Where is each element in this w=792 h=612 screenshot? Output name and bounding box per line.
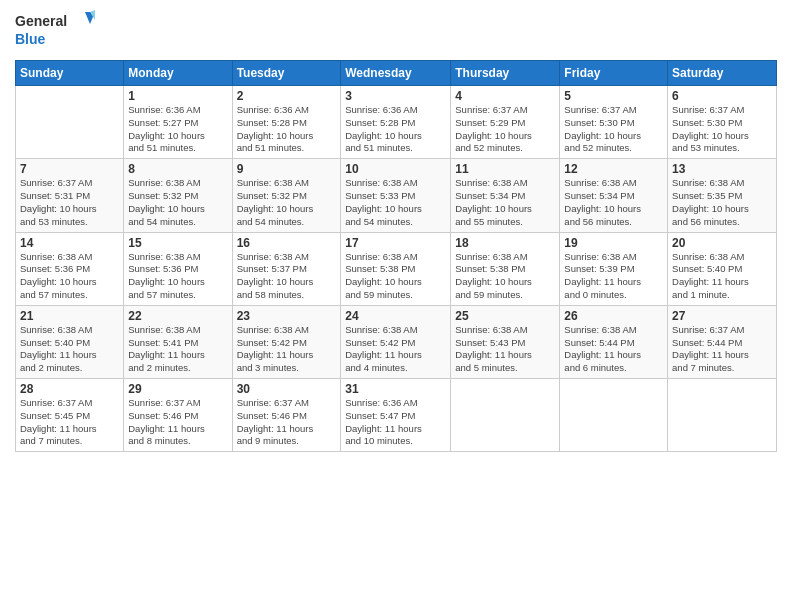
day-number: 2: [237, 89, 337, 103]
calendar-cell: 14Sunrise: 6:38 AM Sunset: 5:36 PM Dayli…: [16, 232, 124, 305]
day-number: 6: [672, 89, 772, 103]
calendar-cell: 20Sunrise: 6:38 AM Sunset: 5:40 PM Dayli…: [668, 232, 777, 305]
calendar-cell: 7Sunrise: 6:37 AM Sunset: 5:31 PM Daylig…: [16, 159, 124, 232]
calendar-cell: 4Sunrise: 6:37 AM Sunset: 5:29 PM Daylig…: [451, 86, 560, 159]
day-info: Sunrise: 6:36 AM Sunset: 5:28 PM Dayligh…: [237, 104, 337, 155]
header: General Blue: [15, 10, 777, 52]
day-info: Sunrise: 6:38 AM Sunset: 5:36 PM Dayligh…: [128, 251, 227, 302]
calendar-cell: 30Sunrise: 6:37 AM Sunset: 5:46 PM Dayli…: [232, 379, 341, 452]
calendar-header-friday: Friday: [560, 61, 668, 86]
calendar-cell: 24Sunrise: 6:38 AM Sunset: 5:42 PM Dayli…: [341, 305, 451, 378]
day-number: 26: [564, 309, 663, 323]
day-info: Sunrise: 6:38 AM Sunset: 5:38 PM Dayligh…: [455, 251, 555, 302]
day-number: 10: [345, 162, 446, 176]
day-info: Sunrise: 6:36 AM Sunset: 5:27 PM Dayligh…: [128, 104, 227, 155]
day-number: 29: [128, 382, 227, 396]
calendar-cell: 2Sunrise: 6:36 AM Sunset: 5:28 PM Daylig…: [232, 86, 341, 159]
svg-text:Blue: Blue: [15, 31, 46, 47]
calendar-header-saturday: Saturday: [668, 61, 777, 86]
calendar-cell: 29Sunrise: 6:37 AM Sunset: 5:46 PM Dayli…: [124, 379, 232, 452]
day-number: 9: [237, 162, 337, 176]
day-info: Sunrise: 6:37 AM Sunset: 5:46 PM Dayligh…: [237, 397, 337, 448]
day-info: Sunrise: 6:38 AM Sunset: 5:32 PM Dayligh…: [237, 177, 337, 228]
svg-text:General: General: [15, 13, 67, 29]
day-number: 14: [20, 236, 119, 250]
day-number: 25: [455, 309, 555, 323]
day-info: Sunrise: 6:37 AM Sunset: 5:30 PM Dayligh…: [564, 104, 663, 155]
calendar-header-tuesday: Tuesday: [232, 61, 341, 86]
day-info: Sunrise: 6:37 AM Sunset: 5:31 PM Dayligh…: [20, 177, 119, 228]
day-number: 30: [237, 382, 337, 396]
logo: General Blue: [15, 10, 95, 52]
day-info: Sunrise: 6:38 AM Sunset: 5:43 PM Dayligh…: [455, 324, 555, 375]
day-number: 23: [237, 309, 337, 323]
calendar-cell: 28Sunrise: 6:37 AM Sunset: 5:45 PM Dayli…: [16, 379, 124, 452]
day-number: 5: [564, 89, 663, 103]
day-info: Sunrise: 6:38 AM Sunset: 5:42 PM Dayligh…: [345, 324, 446, 375]
calendar-week-3: 14Sunrise: 6:38 AM Sunset: 5:36 PM Dayli…: [16, 232, 777, 305]
day-number: 8: [128, 162, 227, 176]
calendar-header-monday: Monday: [124, 61, 232, 86]
day-info: Sunrise: 6:38 AM Sunset: 5:38 PM Dayligh…: [345, 251, 446, 302]
calendar-cell: 26Sunrise: 6:38 AM Sunset: 5:44 PM Dayli…: [560, 305, 668, 378]
day-info: Sunrise: 6:38 AM Sunset: 5:40 PM Dayligh…: [20, 324, 119, 375]
day-info: Sunrise: 6:38 AM Sunset: 5:39 PM Dayligh…: [564, 251, 663, 302]
day-number: 18: [455, 236, 555, 250]
day-number: 13: [672, 162, 772, 176]
calendar-cell: [560, 379, 668, 452]
calendar-cell: 31Sunrise: 6:36 AM Sunset: 5:47 PM Dayli…: [341, 379, 451, 452]
day-info: Sunrise: 6:38 AM Sunset: 5:33 PM Dayligh…: [345, 177, 446, 228]
day-number: 15: [128, 236, 227, 250]
day-info: Sunrise: 6:37 AM Sunset: 5:46 PM Dayligh…: [128, 397, 227, 448]
calendar-cell: 8Sunrise: 6:38 AM Sunset: 5:32 PM Daylig…: [124, 159, 232, 232]
day-info: Sunrise: 6:38 AM Sunset: 5:42 PM Dayligh…: [237, 324, 337, 375]
calendar-cell: 15Sunrise: 6:38 AM Sunset: 5:36 PM Dayli…: [124, 232, 232, 305]
day-info: Sunrise: 6:38 AM Sunset: 5:34 PM Dayligh…: [455, 177, 555, 228]
calendar-cell: [668, 379, 777, 452]
day-info: Sunrise: 6:37 AM Sunset: 5:30 PM Dayligh…: [672, 104, 772, 155]
calendar-cell: 19Sunrise: 6:38 AM Sunset: 5:39 PM Dayli…: [560, 232, 668, 305]
day-info: Sunrise: 6:37 AM Sunset: 5:45 PM Dayligh…: [20, 397, 119, 448]
calendar-cell: 13Sunrise: 6:38 AM Sunset: 5:35 PM Dayli…: [668, 159, 777, 232]
day-info: Sunrise: 6:38 AM Sunset: 5:36 PM Dayligh…: [20, 251, 119, 302]
calendar-cell: 25Sunrise: 6:38 AM Sunset: 5:43 PM Dayli…: [451, 305, 560, 378]
day-number: 19: [564, 236, 663, 250]
day-number: 21: [20, 309, 119, 323]
calendar-cell: 12Sunrise: 6:38 AM Sunset: 5:34 PM Dayli…: [560, 159, 668, 232]
day-info: Sunrise: 6:38 AM Sunset: 5:40 PM Dayligh…: [672, 251, 772, 302]
day-number: 24: [345, 309, 446, 323]
day-info: Sunrise: 6:38 AM Sunset: 5:32 PM Dayligh…: [128, 177, 227, 228]
day-number: 7: [20, 162, 119, 176]
day-number: 1: [128, 89, 227, 103]
calendar-cell: [451, 379, 560, 452]
day-number: 28: [20, 382, 119, 396]
calendar-body: 1Sunrise: 6:36 AM Sunset: 5:27 PM Daylig…: [16, 86, 777, 452]
logo-svg: General Blue: [15, 10, 95, 52]
calendar-cell: 3Sunrise: 6:36 AM Sunset: 5:28 PM Daylig…: [341, 86, 451, 159]
day-info: Sunrise: 6:38 AM Sunset: 5:41 PM Dayligh…: [128, 324, 227, 375]
calendar-week-2: 7Sunrise: 6:37 AM Sunset: 5:31 PM Daylig…: [16, 159, 777, 232]
day-info: Sunrise: 6:36 AM Sunset: 5:47 PM Dayligh…: [345, 397, 446, 448]
day-number: 20: [672, 236, 772, 250]
calendar-week-5: 28Sunrise: 6:37 AM Sunset: 5:45 PM Dayli…: [16, 379, 777, 452]
day-info: Sunrise: 6:36 AM Sunset: 5:28 PM Dayligh…: [345, 104, 446, 155]
calendar-cell: 10Sunrise: 6:38 AM Sunset: 5:33 PM Dayli…: [341, 159, 451, 232]
calendar-cell: 22Sunrise: 6:38 AM Sunset: 5:41 PM Dayli…: [124, 305, 232, 378]
day-number: 27: [672, 309, 772, 323]
calendar-cell: 5Sunrise: 6:37 AM Sunset: 5:30 PM Daylig…: [560, 86, 668, 159]
day-info: Sunrise: 6:38 AM Sunset: 5:44 PM Dayligh…: [564, 324, 663, 375]
calendar-cell: 18Sunrise: 6:38 AM Sunset: 5:38 PM Dayli…: [451, 232, 560, 305]
day-number: 4: [455, 89, 555, 103]
calendar-cell: 16Sunrise: 6:38 AM Sunset: 5:37 PM Dayli…: [232, 232, 341, 305]
calendar-header-sunday: Sunday: [16, 61, 124, 86]
day-number: 16: [237, 236, 337, 250]
day-info: Sunrise: 6:38 AM Sunset: 5:37 PM Dayligh…: [237, 251, 337, 302]
calendar-cell: [16, 86, 124, 159]
day-info: Sunrise: 6:37 AM Sunset: 5:44 PM Dayligh…: [672, 324, 772, 375]
page: General Blue SundayMondayTuesdayWednesda…: [0, 0, 792, 612]
calendar-header-thursday: Thursday: [451, 61, 560, 86]
day-number: 31: [345, 382, 446, 396]
calendar-cell: 23Sunrise: 6:38 AM Sunset: 5:42 PM Dayli…: [232, 305, 341, 378]
day-number: 22: [128, 309, 227, 323]
day-info: Sunrise: 6:38 AM Sunset: 5:34 PM Dayligh…: [564, 177, 663, 228]
